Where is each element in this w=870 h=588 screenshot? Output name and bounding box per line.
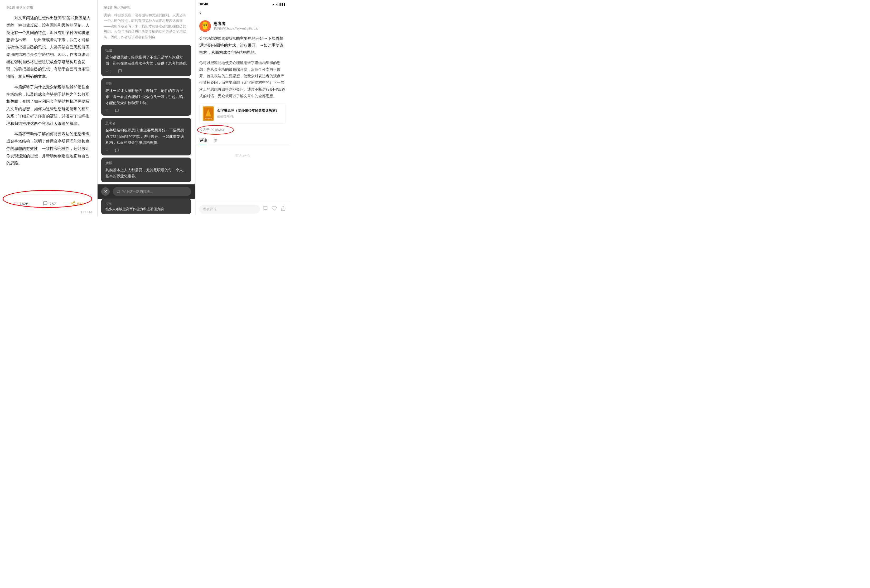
share-count: 813 — [77, 202, 83, 206]
comment-reply-2[interactable] — [115, 108, 119, 113]
svg-point-8 — [204, 25, 205, 26]
comment-like-1[interactable]: ♡ 1 — [106, 69, 112, 73]
tab-comment[interactable]: 评论 — [199, 136, 207, 145]
partial-comment: 可乐 很多人难以提高写作能力和进话能力的 — [101, 199, 191, 214]
svg-line-4 — [72, 202, 73, 203]
comment-input[interactable]: 发表评论... — [199, 205, 260, 214]
tab-like[interactable]: 赞 — [213, 136, 218, 145]
comment-like-3[interactable]: ♡ — [106, 148, 109, 152]
comment-card-3: 思考者 金字塔结构组织思想:由主要思想开始→下层思想通过疑问/回答的方式，进行展… — [101, 118, 191, 155]
comment-like-2[interactable]: ♡ — [106, 108, 109, 113]
comment-card-2: 征途 表述一些让大家听进去，理解了，记住的东西很难，看一看是否能够让受众心头一震… — [101, 78, 191, 116]
comment-text-3: 金字塔结构组织思想:由主要思想开始→下层思想通过疑问/回答的方式，进行展开。→如… — [106, 127, 187, 146]
share-button[interactable]: 813 — [66, 199, 88, 209]
comment-card-1: 征途 这句话很关键，给我指明了不光只是学习沟通方面，还有在生活处理琐事方面，提供… — [101, 45, 191, 76]
comment-input-bar: ✕ 写下这一刻的想法... — [98, 184, 195, 199]
panel-comments-overlay: 第1篇 表达的逻辑 类的一种自然反应，没有国籍和民族的区别。人类还有一个共同的特… — [98, 0, 195, 216]
comment-button[interactable]: 767 — [39, 199, 60, 209]
article-body: 你可以很容易地使受众理解用金字塔结构组织的思想：先从金字塔的最顶端开始，沿各个分… — [199, 59, 286, 99]
comment-bar-share-icon[interactable] — [280, 206, 286, 212]
author-info: 思考者 我的博客:https://sykent.github.io/ — [213, 21, 259, 31]
svg-text:金字塔原理: 金字塔原理 — [205, 118, 212, 119]
svg-line-3 — [72, 203, 73, 205]
comment-reply-1[interactable] — [118, 69, 122, 73]
book-info: 金字塔原理（麦肯锡40年经典培训教材） 芭芭拉·明托 — [217, 108, 279, 119]
book-card[interactable]: 金字塔原理 金字塔原理（麦肯锡40年经典培训教材） 芭芭拉·明托 — [199, 104, 286, 123]
partial-text: 很多人难以提高写作能力和进话能力的 — [106, 207, 187, 212]
comments-list: 征途 这句话很关键，给我指明了不光只是学习沟通方面，还有在生活处理琐事方面，提供… — [98, 43, 195, 184]
paragraph-2: 本篇解释了为什么受众最容易理解和记住金字塔结构，以及组成金字塔的子结构之间如何互… — [6, 83, 91, 127]
back-button[interactable]: ‹ — [199, 9, 201, 16]
heart-icon: ♡ — [106, 69, 109, 73]
partial-user: 可乐 — [106, 201, 187, 206]
wifi-icon: ▲ — [276, 3, 279, 6]
comment-user-4: 龚毅 — [106, 161, 187, 165]
comment-actions-3: ♡ — [106, 148, 187, 152]
comment-bar-heart-icon[interactable] — [271, 206, 277, 212]
comment-text-1: 这句话很关键，给我指明了不光只是学习沟通方面，还有在生活处理琐事方面，提供了思考… — [106, 54, 187, 66]
svg-point-0 — [73, 201, 75, 203]
comment-icon — [43, 201, 48, 207]
page-number: 17 / 414 — [80, 211, 92, 214]
nav-bar: ‹ — [195, 7, 290, 18]
book-chapter-title: 第1篇 表达的逻辑 — [6, 5, 91, 10]
like-button[interactable]: ♡ 1626 — [9, 199, 33, 209]
comment-input-bar: 发表评论... — [195, 202, 290, 216]
paragraph-3: 本篇将帮助你了解如何将要表达的思想组织成金字塔结构，说明了使用金字塔原理能够检查… — [6, 130, 91, 167]
comment-user-1: 征途 — [106, 48, 187, 53]
article-title: 金字塔结构组织思想:由主要思想开始→下层思想通过疑问/回答的方式，进行展开。→如… — [199, 35, 286, 56]
write-placeholder: 写下这一刻的想法... — [122, 189, 153, 194]
date-row: 发表于 2018/3/31 — [199, 127, 286, 132]
author-avatar — [199, 20, 211, 32]
author-row: 思考者 我的博客:https://sykent.github.io/ — [195, 18, 290, 35]
author-name: 思考者 — [213, 21, 259, 26]
comment-actions-2: ♡ — [106, 108, 187, 113]
book-actions: ♡ 1626 767 813 — [6, 195, 91, 211]
comment-user-3: 思考者 — [106, 121, 187, 126]
publish-date: 发表于 2018/3/31 — [199, 128, 226, 132]
book-cover: 金字塔原理 — [203, 107, 214, 121]
comment-actions-1: ♡ 1 — [106, 69, 187, 73]
overlay-chapter-title: 第1篇 表达的逻辑 — [98, 0, 195, 13]
comment-text-2: 表述一些让大家听进去，理解了，记住的东西很难，看一看是否能够让受众心头一震，引起… — [106, 88, 187, 106]
status-bar: 10:48 ● ▲ ▌▌▌ — [195, 0, 290, 7]
svg-point-9 — [206, 25, 207, 26]
comment-reply-3[interactable] — [115, 148, 119, 152]
status-icons: ● ▲ ▌▌▌ — [272, 3, 286, 6]
book-title: 金字塔原理（麦肯锡40年经典培训教材） — [217, 108, 279, 113]
svg-point-2 — [73, 204, 75, 205]
comment-bar-actions — [262, 206, 286, 212]
comment-text-4: 其实基本上人人都需要，尤其是职场的每一个人。基本的职业化素养。 — [106, 167, 187, 179]
comment-bar-chat-icon[interactable] — [262, 206, 268, 212]
panel-article-detail: 10:48 ● ▲ ▌▌▌ ‹ 思考者 我 — [195, 0, 290, 216]
no-comment-text: 暂无评论 — [195, 146, 290, 166]
article-content: 金字塔结构组织思想:由主要思想开始→下层思想通过疑问/回答的方式，进行展开。→如… — [195, 35, 290, 136]
close-button[interactable]: ✕ — [101, 187, 110, 196]
battery-icon: ● — [272, 3, 274, 6]
signal-icon: ▌▌▌ — [280, 3, 286, 6]
heart-icon: ♡ — [14, 201, 18, 207]
overlay-bg-text: 类的一种自然反应，没有国籍和民族的区别。人类还有一个共同的特点，即只有用某种方式… — [98, 13, 195, 43]
comment-card-4: 龚毅 其实基本上人人都需要，尤其是职场的每一个人。基本的职业化素养。 — [101, 157, 191, 182]
comment-user-2: 征途 — [106, 82, 187, 86]
svg-point-1 — [71, 203, 73, 204]
heart-icon: ♡ — [106, 148, 109, 152]
book-author: 芭芭拉·明托 — [217, 114, 279, 119]
comment-count: 767 — [49, 202, 56, 206]
panel-book-reader: 第1篇 表达的逻辑 对文章阐述的思想作出疑问/回答式反应是人类的一种自然反应，没… — [0, 0, 98, 216]
svg-point-11 — [203, 22, 207, 25]
like-count: 1626 — [19, 202, 28, 206]
time-display: 10:48 — [199, 2, 208, 6]
book-content: 对文章阐述的思想作出疑问/回答式反应是人类的一种自然反应，没有国籍和民族的区别。… — [6, 14, 91, 191]
heart-icon: ♡ — [106, 108, 109, 113]
tab-row: 评论 赞 — [195, 136, 290, 146]
like-num-1: 1 — [110, 69, 112, 73]
author-blog: 我的博客:https://sykent.github.io/ — [213, 26, 259, 31]
share-icon — [71, 201, 75, 207]
write-thought-input[interactable]: 写下这一刻的想法... — [113, 187, 191, 196]
paragraph-1: 对文章阐述的思想作出疑问/回答式反应是人类的一种自然反应，没有国籍和民族的区别。… — [6, 14, 91, 80]
